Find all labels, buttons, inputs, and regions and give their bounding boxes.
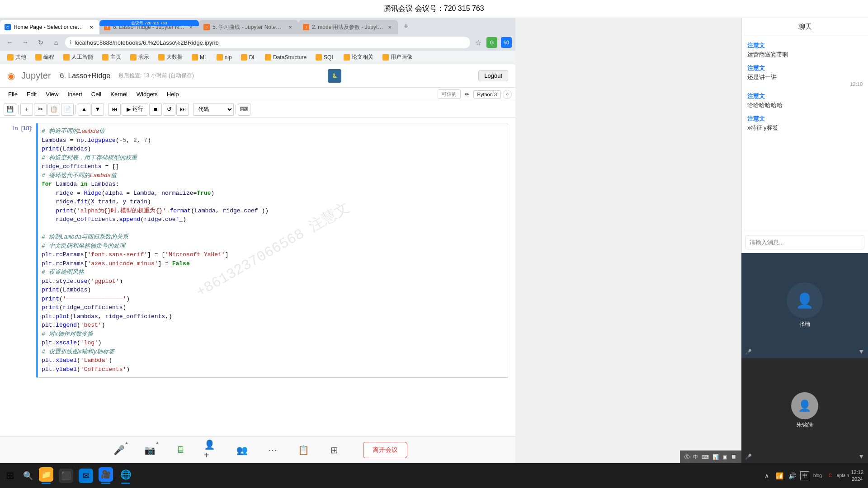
bookmark-programming[interactable]: 编程: [32, 52, 58, 63]
reload-button[interactable]: ↻: [34, 36, 47, 49]
captain-tray[interactable]: aptain: [838, 471, 847, 480]
leave-meeting-button[interactable]: 离开会议: [363, 442, 407, 458]
kernel-status-icon[interactable]: ○: [503, 90, 512, 99]
tab-lasso[interactable]: J 6. Lasso+Ridge - Jupyter Note... ✕ 会议号…: [99, 20, 199, 34]
bookmark-ml[interactable]: ML: [188, 52, 211, 63]
save-button[interactable]: 💾: [4, 103, 16, 116]
network-icon[interactable]: 📶: [775, 471, 784, 480]
menu-file[interactable]: File: [4, 88, 22, 101]
menu-widgets[interactable]: Widgets: [132, 88, 162, 101]
bookmark-other[interactable]: 其他: [4, 52, 30, 63]
trusted-badge[interactable]: 可信的: [438, 89, 461, 99]
taskbar-search[interactable]: 🔍: [20, 463, 36, 488]
screen-share-ctrl-button[interactable]: 🖥: [170, 439, 191, 461]
separator-2: [75, 105, 76, 114]
grid-status[interactable]: ▣: [722, 454, 727, 460]
tab-close-lasso[interactable]: ✕: [187, 23, 194, 31]
taskbar-file-explorer[interactable]: 📁: [36, 463, 56, 488]
menu-view[interactable]: View: [41, 88, 63, 101]
start-button[interactable]: ⊞: [0, 463, 20, 488]
folder-icon: [7, 54, 14, 61]
expand-icon-zhu[interactable]: ▼: [858, 453, 864, 460]
taskbar-email[interactable]: ✉: [76, 463, 96, 488]
copy-button[interactable]: 📋: [47, 103, 60, 116]
back-button[interactable]: ←: [4, 36, 16, 49]
cut-button[interactable]: ✂: [34, 103, 47, 116]
camera-button[interactable]: 📷 ▲: [139, 439, 160, 461]
run-button[interactable]: ▶ 运行: [122, 103, 148, 116]
cell-type-select[interactable]: 代码 Markdown: [193, 103, 234, 116]
logout-button[interactable]: Logout: [478, 70, 508, 81]
bookmark-demo[interactable]: 演示: [127, 52, 153, 63]
menu-edit[interactable]: Edit: [22, 88, 41, 101]
bookmark-ai[interactable]: 人工智能: [60, 52, 97, 63]
bookmark-home[interactable]: 主页: [99, 52, 125, 63]
menu-help[interactable]: Help: [162, 88, 184, 101]
tab-home[interactable]: C Home Page - Select or create ✕: [0, 20, 99, 34]
bookmark-dl[interactable]: DL: [237, 52, 259, 63]
chart-status[interactable]: 📊: [712, 454, 719, 460]
tab-model[interactable]: J 2. model用法及参数 - Jupyter ... ✕: [298, 20, 398, 34]
move-down-button[interactable]: ▼: [91, 103, 104, 116]
taskbar-chrome[interactable]: 🌐: [116, 463, 136, 488]
menu-cell[interactable]: Cell: [87, 88, 106, 101]
home-button[interactable]: ⌂: [50, 36, 62, 49]
bookmark-papers[interactable]: 论文相关: [340, 52, 377, 63]
bookmark-bigdata[interactable]: 大数据: [155, 52, 186, 63]
fast-forward-button[interactable]: ⏭: [176, 103, 189, 116]
meeting-top-bar: 腾讯会议 会议号：720 315 763: [0, 0, 868, 18]
menu-insert[interactable]: Insert: [63, 88, 87, 101]
csdn-tray[interactable]: C: [826, 471, 835, 480]
tab-close-learning[interactable]: ✕: [287, 23, 294, 31]
system-time[interactable]: 12:12 2024: [851, 469, 863, 482]
layout-button[interactable]: ⊞: [323, 439, 345, 461]
tab-close-model[interactable]: ✕: [386, 23, 393, 31]
notebook-title[interactable]: 6. Lasso+Ridge: [60, 72, 111, 80]
extension-icon-2[interactable]: 50: [501, 37, 512, 48]
menu-kernel[interactable]: Kernel: [106, 88, 132, 101]
forward-button[interactable]: →: [19, 36, 32, 49]
new-tab-button[interactable]: +: [400, 20, 412, 33]
layout-status[interactable]: 🔲: [731, 454, 737, 460]
more-button[interactable]: ⋯: [262, 439, 283, 461]
meeting-controls: 🎤 ▲ 📷 ▲ 🖥 👤+ 👥 ⋯ 📋 ⊞ 离开会议: [0, 436, 515, 463]
bookmark-user[interactable]: 用户画像: [379, 52, 416, 63]
extension-icon[interactable]: G: [486, 37, 497, 48]
expand-icon-zhang[interactable]: ▼: [858, 348, 864, 355]
prev-cell-button[interactable]: ⏮: [108, 103, 121, 116]
bookmark-ds[interactable]: DataStructure: [261, 52, 310, 63]
edit-icon[interactable]: ✏: [462, 90, 472, 99]
chat-input[interactable]: [745, 235, 864, 249]
lang-status[interactable]: 中: [693, 454, 698, 460]
participants-button[interactable]: 👥: [231, 439, 253, 461]
ime-status[interactable]: Ⓢ: [684, 454, 689, 460]
bookmark-nlp[interactable]: nlp: [213, 52, 236, 63]
taskbar-tencent-meeting[interactable]: 🎥: [96, 463, 116, 488]
kernel-badge[interactable]: Python 3: [473, 90, 501, 99]
address-bar: ← → ↻ ⌂ ℹ localhost:8888/notebooks/6.%20…: [0, 34, 515, 51]
notes-button[interactable]: 📋: [292, 439, 314, 461]
ime-tray-icon[interactable]: 中: [800, 471, 809, 480]
paste-button[interactable]: 📄: [61, 103, 74, 116]
screen-share-ctrl-icon: 🖥: [173, 443, 188, 457]
keyboard-status[interactable]: ⌨: [702, 454, 709, 460]
bookmark-sql[interactable]: SQL: [312, 52, 338, 63]
blog-tray[interactable]: blog: [813, 471, 822, 480]
keyboard-button[interactable]: ⌨: [238, 103, 250, 116]
stop-button[interactable]: ■: [149, 103, 162, 116]
move-up-button[interactable]: ▲: [78, 103, 90, 116]
mic-button[interactable]: 🎤 ▲: [108, 439, 130, 461]
add-participant-button[interactable]: 👤+: [200, 439, 222, 461]
bookmark-button[interactable]: ☆: [473, 37, 484, 48]
code-line-3: print(Lambdas): [42, 145, 504, 154]
taskbar-terminal[interactable]: ⬛: [56, 463, 76, 488]
tab-learning[interactable]: J 5. 学习曲线 - Jupyter Notebo... ✕: [199, 20, 298, 34]
code-area[interactable]: In [18]: +8613237066568 注慧文 # 构造不同的Lambd…: [0, 117, 515, 449]
restart-button[interactable]: ↺: [163, 103, 175, 116]
volume-icon[interactable]: 🔊: [788, 471, 797, 480]
cell-content[interactable]: +8613237066568 注慧文 # 构造不同的Lambda值 Lambda…: [36, 123, 508, 378]
tab-close-home[interactable]: ✕: [88, 23, 95, 31]
add-cell-button[interactable]: +: [20, 103, 33, 116]
tray-chevron[interactable]: ∧: [762, 471, 771, 480]
url-bar[interactable]: ℹ localhost:8888/notebooks/6.%20Lasso%2B…: [65, 37, 470, 48]
